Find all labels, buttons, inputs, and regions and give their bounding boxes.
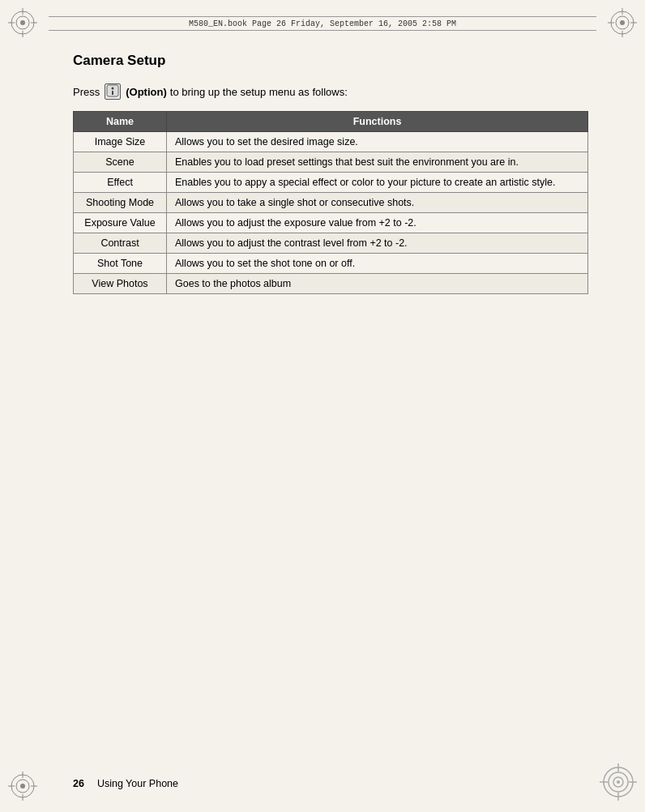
table-cell-function: Goes to the photos album: [167, 274, 588, 294]
table-cell-name: Image Size: [74, 132, 167, 152]
corner-decoration-tr: [606, 6, 639, 42]
table-cell-function: Allows you to set the shot tone on or of…: [167, 254, 588, 274]
table-row: Shooting ModeAllows you to take a single…: [74, 193, 588, 213]
svg-point-16: [20, 784, 25, 788]
table-cell-name: View Photos: [74, 274, 167, 294]
table-row: ContrastAllows you to adjust the contras…: [74, 233, 588, 254]
table-cell-name: Exposure Value: [74, 213, 167, 233]
table-header-name: Name: [74, 112, 167, 132]
table-row: SceneEnables you to load preset settings…: [74, 152, 588, 173]
table-cell-function: Enables you to load preset settings that…: [167, 152, 588, 173]
option-label: (Option): [126, 86, 167, 98]
table-row: Image SizeAllows you to set the desired …: [74, 132, 588, 152]
table-cell-name: Effect: [74, 173, 167, 193]
svg-point-2: [20, 20, 25, 25]
intro-line: Press (Option) to bring up the setup men…: [73, 83, 588, 100]
corner-decoration-br: [598, 762, 639, 806]
svg-point-24: [617, 780, 620, 784]
setup-table: Name Functions Image SizeAllows you to s…: [73, 111, 588, 294]
table-row: Shot ToneAllows you to set the shot tone…: [74, 254, 588, 274]
header-bar: M580_EN.book Page 26 Friday, September 1…: [49, 16, 596, 31]
page-title: Camera Setup: [73, 53, 588, 69]
header-text: M580_EN.book Page 26 Friday, September 1…: [189, 19, 456, 28]
footer: 26 Using Your Phone: [73, 778, 588, 789]
corner-decoration-tl: [6, 6, 39, 42]
table-cell-name: Contrast: [74, 233, 167, 254]
main-content: Camera Setup Press (Option) to bring up …: [73, 53, 588, 763]
table-cell-function: Allows you to adjust the contrast level …: [167, 233, 588, 254]
table-row: Exposure ValueAllows you to adjust the e…: [74, 213, 588, 233]
table-header-functions: Functions: [167, 112, 588, 132]
corner-decoration-bl: [6, 770, 39, 806]
page: M580_EN.book Page 26 Friday, September 1…: [0, 0, 645, 812]
svg-rect-31: [112, 91, 113, 95]
footer-text: Using Your Phone: [97, 778, 178, 789]
option-icon: [105, 83, 121, 100]
intro-rest: to bring up the setup menu as follows:: [170, 86, 348, 98]
table-row: View PhotosGoes to the photos album: [74, 274, 588, 294]
svg-point-9: [620, 20, 625, 25]
press-label: Press: [73, 86, 100, 98]
table-cell-name: Shooting Mode: [74, 193, 167, 213]
table-cell-function: Allows you to set the desired image size…: [167, 132, 588, 152]
table-cell-function: Allows you to take a single shot or cons…: [167, 193, 588, 213]
svg-point-30: [112, 88, 114, 90]
table-cell-name: Scene: [74, 152, 167, 173]
footer-page-number: 26: [73, 778, 84, 789]
table-row: EffectEnables you to appy a special effe…: [74, 173, 588, 193]
table-cell-name: Shot Tone: [74, 254, 167, 274]
table-cell-function: Allows you to adjust the exposure value …: [167, 213, 588, 233]
table-cell-function: Enables you to appy a special effect or …: [167, 173, 588, 193]
